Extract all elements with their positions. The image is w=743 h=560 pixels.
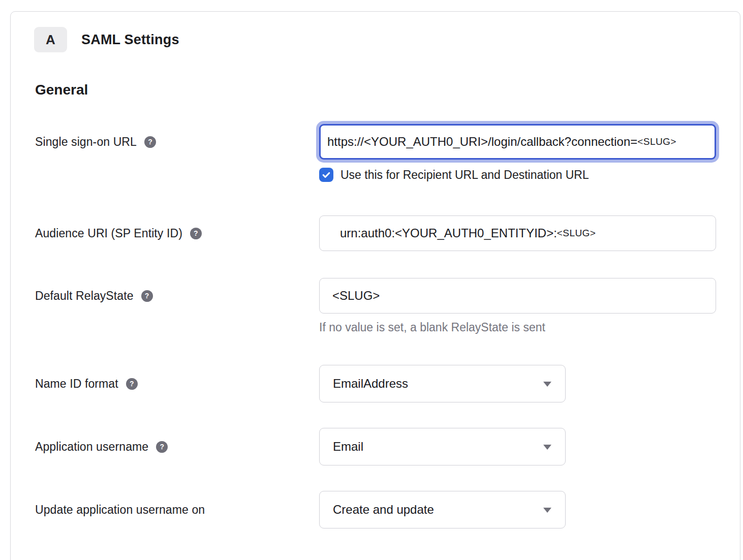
audience-uri-input[interactable]: urn:auth0:<YOUR_AUTH0_ENTITYID>:<SLUG> [319, 215, 716, 251]
sso-url-input[interactable]: https://<YOUR_AUTH0_URI>/login/callback?… [319, 124, 716, 160]
caret-down-icon [543, 445, 551, 450]
application-username-label: Application username [35, 440, 148, 454]
application-username-select[interactable]: Email [319, 428, 566, 465]
section-badge: A [34, 27, 67, 52]
update-username-select[interactable]: Create and update [319, 491, 566, 528]
help-icon[interactable]: ? [144, 136, 156, 148]
relaystate-helper-text: If no value is set, a blank RelayState i… [319, 321, 716, 334]
update-username-label: Update application username on [35, 503, 205, 517]
recipient-url-checkbox[interactable] [319, 168, 333, 182]
name-id-format-label: Name ID format [35, 377, 118, 391]
update-username-value: Create and update [333, 503, 434, 517]
audience-uri-slug: <SLUG> [557, 228, 596, 239]
row-audience-uri: Audience URI (SP Entity ID) ? urn:auth0:… [35, 215, 740, 251]
saml-settings-card: A SAML Settings General Single sign-on U… [10, 11, 740, 560]
audience-uri-value: urn:auth0:<YOUR_AUTH0_ENTITYID>: [340, 226, 557, 240]
sso-url-slug: <SLUG> [637, 136, 676, 147]
name-id-format-value: EmailAddress [333, 377, 408, 391]
card-header: A SAML Settings [34, 27, 740, 52]
checkmark-icon [321, 170, 331, 180]
row-default-relaystate: Default RelayState ? <SLUG> If no value … [35, 278, 740, 334]
help-icon[interactable]: ? [190, 228, 202, 239]
help-icon[interactable]: ? [141, 290, 153, 302]
row-name-id-format: Name ID format ? EmailAddress [35, 365, 740, 402]
help-icon[interactable]: ? [156, 441, 168, 453]
help-icon[interactable]: ? [126, 378, 138, 390]
general-section-heading: General [35, 82, 740, 98]
relaystate-value: <SLUG> [332, 289, 380, 303]
relaystate-input[interactable]: <SLUG> [319, 278, 716, 314]
name-id-format-select[interactable]: EmailAddress [319, 365, 566, 402]
row-update-application-username: Update application username on Create an… [35, 491, 740, 528]
application-username-value: Email [333, 440, 363, 454]
recipient-url-checkbox-label: Use this for Recipient URL and Destinati… [340, 168, 589, 182]
relaystate-label: Default RelayState [35, 289, 134, 303]
row-application-username: Application username ? Email [35, 428, 740, 465]
row-single-sign-on-url: Single sign-on URL ? https://<YOUR_AUTH0… [35, 124, 740, 182]
sso-url-label: Single sign-on URL [35, 135, 137, 149]
sso-url-value: https://<YOUR_AUTH0_URI>/login/callback?… [327, 135, 637, 149]
page-title: SAML Settings [81, 32, 179, 48]
caret-down-icon [543, 382, 551, 387]
audience-uri-label: Audience URI (SP Entity ID) [35, 227, 182, 240]
caret-down-icon [543, 508, 551, 513]
